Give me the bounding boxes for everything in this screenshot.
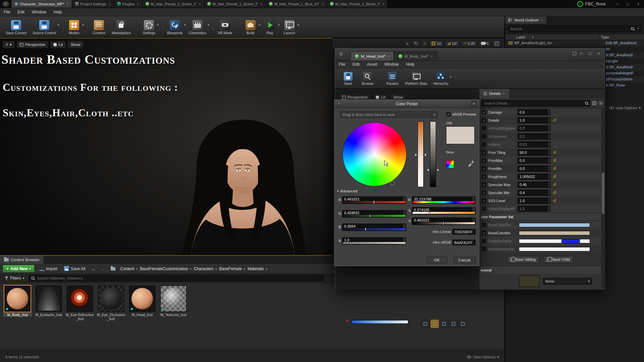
menu-window[interactable]: Window <box>28 8 50 16</box>
caret-down-icon[interactable]: ▾ <box>208 23 209 26</box>
blueprints-button[interactable]: ▾ Blueprints <box>164 19 186 35</box>
parameter-value-input[interactable]: 0.03 <box>518 141 550 147</box>
close-button[interactable]: × <box>634 2 643 6</box>
lit-mode-button[interactable]: Lit <box>50 41 66 48</box>
parameter-checkbox[interactable]: ✓ <box>482 207 486 211</box>
close-icon[interactable]: × <box>321 2 323 6</box>
maximize-viewport-button[interactable] <box>492 40 501 47</box>
tab-plugins[interactable]: Plugins × <box>114 0 143 8</box>
reset-to-default-icon[interactable]: ↺ <box>553 118 556 123</box>
cancel-button[interactable]: Cancel <box>453 257 475 263</box>
asset-item[interactable]: M_Eyelashs_Inst <box>34 286 63 317</box>
general-section-header[interactable]: eneral <box>479 266 601 274</box>
close-icon[interactable]: × <box>503 92 505 96</box>
cinematics-button[interactable]: ▾ Cinematics <box>186 19 209 35</box>
minimize-button[interactable]: ─ <box>612 2 621 6</box>
parameter-value-input[interactable]: 0.0 <box>518 166 550 172</box>
close-icon[interactable]: × <box>66 2 68 6</box>
close-icon[interactable]: × <box>199 2 201 6</box>
value-slider[interactable] <box>430 121 436 187</box>
blue-channel-input[interactable]: 0.3564 <box>342 224 406 231</box>
breadcrumb-content[interactable]: Content <box>120 266 134 271</box>
close-button[interactable]: × <box>471 101 477 106</box>
rotation-snap-button[interactable]: 10° <box>445 40 460 47</box>
color-wheel-cursor[interactable] <box>391 182 394 185</box>
saved-colors-dropdown[interactable]: Drag & drop colors here to save ▾ <box>340 111 438 118</box>
parameter-checkbox[interactable]: ✓ <box>482 142 486 146</box>
red-channel-input[interactable]: 0.491021 <box>342 196 406 204</box>
hue-channel-input[interactable]: 32.219788 <box>412 196 476 204</box>
close-icon[interactable]: × <box>137 2 139 6</box>
property-matrix-icon[interactable] <box>592 101 596 105</box>
modes-button[interactable]: ▾ Modes <box>64 19 84 35</box>
parameter-value-input[interactable]: 1.005022 <box>518 174 550 180</box>
asset-tab-m-body-inst[interactable]: M_Body_Inst* × <box>394 51 437 61</box>
camera-speed-button[interactable]: 1 <box>479 40 491 47</box>
import-button[interactable]: ↓ Import <box>37 265 59 273</box>
asset-thumbnail[interactable] <box>36 286 62 312</box>
vector-parameters-header[interactable]: ctor Parameter Val <box>479 213 601 221</box>
dock-icon[interactable] <box>573 52 576 55</box>
preview-plane-button[interactable] <box>440 320 448 328</box>
parameter-checkbox[interactable]: ✓ <box>482 199 486 203</box>
save-button[interactable]: ▾ Save <box>338 71 358 86</box>
minimize-button[interactable]: ─ <box>578 51 585 56</box>
view-options[interactable]: View Options ▾ <box>467 355 499 359</box>
alpha-channel-input[interactable]: 1.0 <box>342 237 406 245</box>
dialog-title-bar[interactable]: Color Picker × <box>334 100 479 108</box>
launch-button[interactable]: ▾ Launch <box>280 19 299 35</box>
parameter-value-input[interactable]: 1.0 <box>518 117 550 123</box>
reset-to-default-icon[interactable]: ↺ <box>553 174 556 179</box>
saturation-channel-input[interactable]: 0.274165 <box>412 207 476 215</box>
parameter-value-input[interactable]: 1.0 <box>518 198 550 204</box>
parameter-checkbox[interactable]: ✓ <box>482 223 486 227</box>
color-swatch-bar[interactable] <box>519 223 590 227</box>
back-button[interactable]: ← <box>90 266 97 272</box>
asset-thumbnail[interactable] <box>4 286 31 312</box>
tab-world-outliner[interactable]: World Outliner × <box>505 16 546 24</box>
asset-search-input[interactable] <box>29 275 324 282</box>
browse-button[interactable]: ▾ Browse <box>358 71 377 86</box>
clear-search-icon[interactable]: × <box>637 26 639 30</box>
reset-to-default-icon[interactable]: ↺ <box>553 190 556 195</box>
caret-down-icon[interactable]: ▾ <box>57 23 59 26</box>
preview-sphere-button[interactable] <box>431 320 439 328</box>
caret-down-icon[interactable]: ▾ <box>450 75 451 78</box>
outliner-row[interactable]: BP_AreaRectLight_rim Edit BP_AreaRectl <box>505 40 644 46</box>
parameter-value-input[interactable]: 0.2 <box>518 125 550 131</box>
parameter-checkbox[interactable]: ✓ <box>482 159 486 163</box>
caret-down-icon[interactable]: ▾ <box>298 23 299 26</box>
parent-material-dropdown[interactable]: None ▾ <box>543 278 592 285</box>
asset-item[interactable]: M_Head_Inst <box>127 286 157 317</box>
parameter-checkbox[interactable]: ✓ <box>482 167 486 171</box>
asset-item[interactable]: M_Eye Refractive_Inst <box>65 286 95 321</box>
parameter-checkbox[interactable]: ✓ <box>482 118 486 122</box>
tab-character-showcase[interactable]: Character_Showcase_MP* × <box>11 0 72 8</box>
transform-move-button[interactable]: + <box>404 40 411 47</box>
parameter-value-input[interactable]: 0.45 <box>518 182 550 188</box>
parameter-checkbox[interactable]: ✓ <box>482 247 486 251</box>
tab-project-settings[interactable]: Project Settings × <box>72 0 114 8</box>
marketplace-button[interactable]: ▾ Marketplace <box>109 19 134 35</box>
parameter-value-input[interactable]: 0.0 <box>518 109 550 115</box>
breadcrumb-basefemalecustomization[interactable]: BaseFemaleCustomization <box>140 266 188 271</box>
parameter-checkbox[interactable]: ✓ <box>482 126 486 130</box>
reset-to-default-icon[interactable]: ↺ <box>553 198 556 203</box>
asset-thumbnail[interactable] <box>129 286 155 312</box>
perspective-button[interactable]: Perspective <box>17 41 48 48</box>
tab-hair-preset-1-blue[interactable]: M_Hair_Preset_1_Blue_In* × <box>266 0 327 8</box>
tab-content-browser[interactable]: Content Browser <box>0 256 44 264</box>
forward-button[interactable]: → <box>99 266 106 272</box>
preview-cube-button[interactable] <box>449 320 458 328</box>
maximize-button[interactable]: □ <box>623 2 632 6</box>
save-all-button[interactable]: Save All <box>62 265 87 273</box>
asset-thumbnail[interactable] <box>160 286 186 312</box>
breadcrumb-characters[interactable]: Characters <box>194 266 214 271</box>
asset-thumbnail[interactable] <box>98 286 124 312</box>
show-button[interactable]: Show <box>68 41 84 48</box>
parameter-value-input[interactable]: 1.5 <box>518 206 550 212</box>
parameter-checkbox[interactable]: ✓ <box>482 231 486 235</box>
srgb-checkbox[interactable]: ✓ <box>446 112 450 116</box>
parameter-checkbox[interactable]: ✓ <box>482 239 486 243</box>
source-control-button[interactable]: ▾ Source Control <box>30 19 59 35</box>
